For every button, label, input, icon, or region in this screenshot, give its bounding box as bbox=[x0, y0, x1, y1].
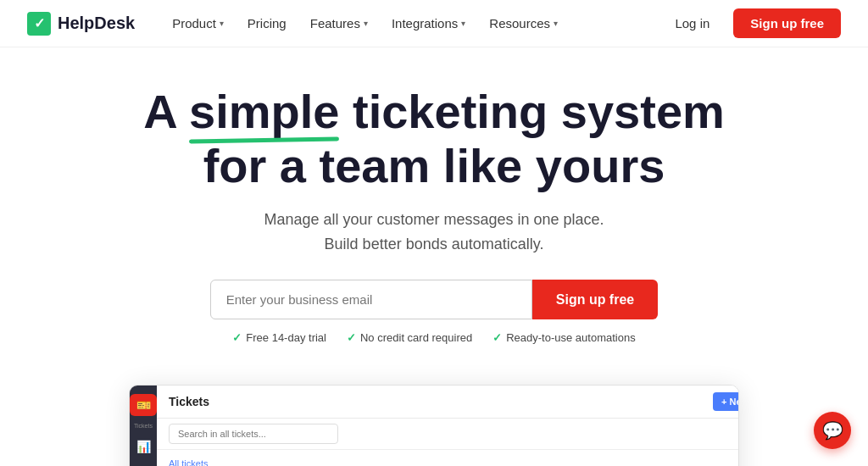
hero-title: A simple ticketing system for a team lik… bbox=[17, 85, 851, 194]
sidebar-tickets-label: Tickets bbox=[134, 423, 153, 429]
dashboard-sidebar: 🎫 Tickets 📊 ⚙️ 📋 bbox=[130, 386, 157, 466]
hero-section: A simple ticketing system for a team lik… bbox=[0, 47, 868, 385]
logo[interactable]: HelpDesk bbox=[27, 12, 135, 36]
all-tickets-link[interactable]: All tickets bbox=[169, 458, 208, 466]
signup-nav-button[interactable]: Sign up free bbox=[733, 8, 841, 38]
dashboard-main: Tickets + New ticket All tickets All tic… bbox=[157, 386, 739, 466]
tickets-title: Tickets bbox=[169, 395, 209, 408]
dashboard-preview: 🎫 Tickets 📊 ⚙️ 📋 Tickets + New ticket Al… bbox=[0, 385, 868, 466]
nav-links: Product ▾ Pricing Features ▾ Integration… bbox=[162, 9, 661, 37]
hero-subtitle: Manage all your customer messages in one… bbox=[17, 208, 851, 257]
chevron-down-icon: ▾ bbox=[461, 19, 465, 28]
logo-icon bbox=[27, 12, 51, 36]
sidebar-tickets-item: Tickets bbox=[134, 423, 153, 429]
ticket-search-input[interactable] bbox=[169, 424, 338, 444]
chevron-down-icon: ▾ bbox=[554, 19, 558, 28]
trust-badges: ✓ Free 14-day trial ✓ No credit card req… bbox=[17, 331, 851, 344]
trust-badge-no-card: ✓ No credit card required bbox=[347, 331, 472, 344]
chevron-down-icon: ▾ bbox=[364, 19, 368, 28]
search-bar bbox=[157, 419, 739, 450]
check-icon: ✓ bbox=[347, 331, 356, 344]
chat-icon: 💬 bbox=[822, 420, 843, 441]
new-ticket-button[interactable]: + New ticket bbox=[713, 392, 739, 411]
hero-title-underlined: simple bbox=[189, 85, 339, 139]
chat-bubble[interactable]: 💬 bbox=[814, 412, 851, 449]
dashboard-window: 🎫 Tickets 📊 ⚙️ 📋 Tickets + New ticket Al… bbox=[129, 385, 739, 466]
nav-pricing[interactable]: Pricing bbox=[237, 9, 297, 37]
login-button[interactable]: Log in bbox=[661, 9, 723, 37]
nav-integrations[interactable]: Integrations ▾ bbox=[381, 9, 476, 37]
email-input[interactable] bbox=[210, 280, 532, 319]
sidebar-tickets-icon[interactable]: 🎫 bbox=[130, 394, 157, 416]
email-form: Sign up free bbox=[17, 280, 851, 319]
check-icon: ✓ bbox=[492, 331, 502, 344]
chevron-down-icon: ▾ bbox=[220, 19, 224, 28]
sidebar-chart-icon[interactable]: 📊 bbox=[130, 435, 157, 458]
nav-actions: Log in Sign up free bbox=[661, 8, 841, 38]
check-icon: ✓ bbox=[232, 331, 242, 344]
signup-hero-button[interactable]: Sign up free bbox=[532, 280, 658, 319]
tickets-header: Tickets + New ticket bbox=[157, 386, 739, 419]
nav-product[interactable]: Product ▾ bbox=[162, 9, 234, 37]
nav-features[interactable]: Features ▾ bbox=[300, 9, 378, 37]
nav-resources[interactable]: Resources ▾ bbox=[479, 9, 568, 37]
trust-badge-trial: ✓ Free 14-day trial bbox=[232, 331, 326, 344]
navigation: HelpDesk Product ▾ Pricing Features ▾ In… bbox=[0, 0, 868, 47]
trust-badge-automations: ✓ Ready-to-use automations bbox=[492, 331, 635, 344]
logo-text: HelpDesk bbox=[58, 14, 135, 33]
